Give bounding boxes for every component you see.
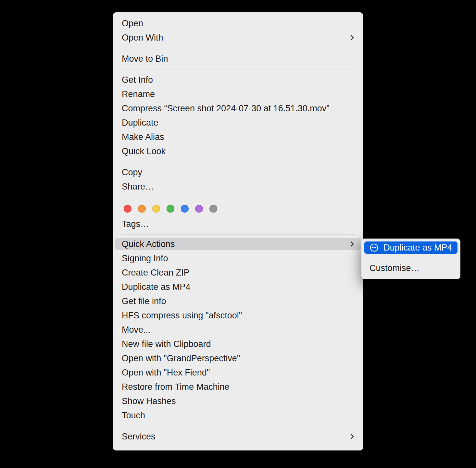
tag-green-dot[interactable]: [167, 205, 174, 213]
submenu-item-label: Customise…: [370, 263, 420, 273]
tag-orange-dot[interactable]: [138, 205, 146, 213]
menu-item-duplicate-as-mp4[interactable]: Duplicate as MP4: [113, 280, 363, 294]
menu-item-duplicate[interactable]: Duplicate: [113, 116, 363, 130]
menu-item-copy[interactable]: Copy: [113, 165, 363, 179]
submenu-item-customise[interactable]: Customise…: [361, 261, 460, 276]
menu-separator: [121, 48, 355, 48]
menu-item-tags[interactable]: Tags…: [113, 217, 363, 231]
tag-colors-row: [113, 201, 363, 217]
menu-item-label: Get file info: [122, 296, 166, 306]
menu-item-get-info[interactable]: Get Info: [113, 73, 363, 87]
menu-item-label: New file with Clipboard: [122, 339, 211, 349]
menu-item-make-alias[interactable]: Make Alias: [113, 130, 363, 144]
menu-item-compress[interactable]: Compress “Screen shot 2024-07-30 at 16.5…: [113, 101, 363, 116]
menu-item-services[interactable]: Services: [113, 429, 363, 444]
menu-item-label: Duplicate: [122, 118, 158, 128]
menu-item-signing-info[interactable]: Signing Info: [113, 251, 363, 265]
menu-item-label: Move to Bin: [122, 54, 168, 64]
tag-grey-dot[interactable]: [209, 205, 217, 213]
desktop-background: Open Open With Move to Bin Get Info Rena…: [0, 0, 476, 468]
menu-item-label: Tags…: [122, 219, 149, 229]
menu-item-label: Make Alias: [122, 132, 164, 142]
menu-item-quick-actions[interactable]: Quick Actions: [115, 238, 361, 250]
menu-item-label: Copy: [122, 167, 142, 178]
menu-item-get-file-info[interactable]: Get file info: [113, 294, 363, 308]
menu-item-label: Share…: [122, 182, 154, 192]
menu-item-label: Open with "GrandPerspective": [122, 353, 240, 363]
menu-separator: [121, 162, 355, 162]
tag-red-dot[interactable]: [124, 205, 132, 213]
menu-item-label: Compress “Screen shot 2024-07-30 at 16.5…: [122, 104, 329, 114]
menu-item-label: Get Info: [122, 75, 153, 85]
menu-item-label: Rename: [122, 89, 155, 99]
menu-item-open-with-grandperspective[interactable]: Open with "GrandPerspective": [113, 351, 363, 365]
menu-item-label: Show Hashes: [122, 396, 176, 406]
menu-separator: [121, 234, 355, 235]
tag-yellow-dot[interactable]: [152, 205, 160, 213]
menu-item-hfs-compress[interactable]: HFS compress using "afsctool": [113, 308, 363, 323]
menu-item-open-with-hex-fiend[interactable]: Open with "Hex Fiend": [113, 365, 363, 380]
menu-item-restore-from-time-machine[interactable]: Restore from Time Machine: [113, 380, 363, 394]
menu-item-move-to-bin[interactable]: Move to Bin: [113, 52, 363, 66]
menu-item-quick-look[interactable]: Quick Look: [113, 144, 363, 158]
menu-item-label: Signing Info: [122, 253, 168, 264]
menu-item-label: Open: [122, 18, 143, 29]
menu-item-open-with[interactable]: Open With: [113, 31, 363, 45]
tag-blue-dot[interactable]: [181, 205, 189, 213]
context-menu: Open Open With Move to Bin Get Info Rena…: [113, 12, 363, 450]
menu-item-share[interactable]: Share…: [113, 179, 363, 194]
menu-item-new-file-with-clipboard[interactable]: New file with Clipboard: [113, 337, 363, 351]
menu-separator: [121, 197, 355, 197]
menu-item-touch[interactable]: Touch: [113, 408, 363, 423]
tag-purple-dot[interactable]: [195, 205, 203, 213]
chevron-right-icon: [350, 34, 354, 41]
menu-item-label: Create Clean ZIP: [122, 268, 190, 278]
menu-item-create-clean-zip[interactable]: Create Clean ZIP: [113, 265, 363, 280]
submenu-item-label: Duplicate as MP4: [383, 243, 452, 253]
menu-item-label: Duplicate as MP4: [122, 282, 191, 292]
menu-separator: [121, 426, 355, 426]
menu-item-label: Open With: [122, 33, 163, 43]
menu-item-label: Open with "Hex Fiend": [122, 368, 210, 378]
menu-item-show-hashes[interactable]: Show Hashes: [113, 394, 363, 408]
menu-item-label: Quick Look: [122, 146, 166, 156]
menu-separator: [370, 257, 452, 257]
menu-item-rename[interactable]: Rename: [113, 87, 363, 101]
menu-item-label: HFS compress using "afsctool": [122, 311, 242, 321]
menu-separator: [121, 69, 355, 69]
quick-actions-submenu: Duplicate as MP4 Customise…: [361, 239, 460, 279]
menu-item-open[interactable]: Open: [113, 16, 363, 31]
menu-item-label: Services: [122, 432, 156, 442]
menu-item-label: Restore from Time Machine: [122, 382, 230, 392]
chevron-right-icon: [350, 241, 354, 247]
chevron-right-icon: [350, 433, 354, 440]
submenu-item-duplicate-as-mp4[interactable]: Duplicate as MP4: [364, 241, 457, 254]
circle-ellipsis-icon: [370, 243, 379, 252]
menu-item-label: Quick Actions: [122, 239, 175, 249]
menu-item-move[interactable]: Move...: [113, 323, 363, 337]
menu-item-label: Touch: [122, 411, 145, 421]
menu-item-label: Move...: [122, 325, 151, 335]
